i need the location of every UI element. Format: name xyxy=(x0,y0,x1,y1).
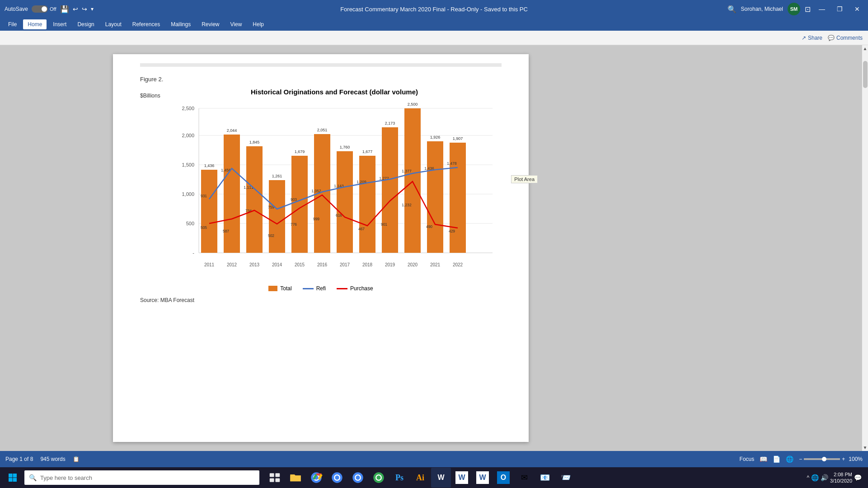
expand-tray-icon[interactable]: ^ xyxy=(807,474,809,481)
page-indicator: Page 1 of 8 xyxy=(5,456,33,462)
chrome-icon-3[interactable] xyxy=(348,468,368,488)
chart-legend: Total Refi Purchase xyxy=(140,285,502,292)
tab-insert[interactable]: Insert xyxy=(48,19,71,29)
autosave-toggle[interactable]: Off xyxy=(32,5,56,13)
chrome-icon-4[interactable] xyxy=(369,468,389,488)
tab-design[interactable]: Design xyxy=(73,19,99,29)
tab-view[interactable]: View xyxy=(226,19,247,29)
save-icon[interactable]: 💾 xyxy=(60,5,69,14)
view-print-icon[interactable]: 📄 xyxy=(773,455,780,463)
svg-text:931: 931 xyxy=(201,194,207,198)
svg-text:999: 999 xyxy=(313,217,319,221)
tab-file[interactable]: File xyxy=(4,19,21,29)
svg-text:1,000: 1,000 xyxy=(182,191,194,197)
legend-total: Total xyxy=(268,285,291,292)
zoom-out-icon[interactable]: − xyxy=(799,456,802,462)
svg-point-74 xyxy=(335,475,339,479)
bar-2018-total xyxy=(359,156,375,253)
legend-total-bar xyxy=(268,286,277,291)
undo-icon[interactable]: ↩ xyxy=(73,5,78,13)
scroll-thumb[interactable] xyxy=(863,61,868,88)
scrollbar-right[interactable]: ▲ ▼ xyxy=(862,45,868,451)
title-bar-left: AutoSave Off 💾 ↩ ↪ ▾ xyxy=(5,5,94,14)
chrome-icon-1[interactable] xyxy=(306,468,326,488)
svg-text:2016: 2016 xyxy=(317,262,328,267)
word-icon-3[interactable]: W xyxy=(473,468,493,488)
zoom-slider[interactable] xyxy=(804,458,840,460)
zoom-in-icon[interactable]: + xyxy=(842,456,845,462)
svg-text:467: 467 xyxy=(358,227,365,231)
tab-references[interactable]: References xyxy=(128,19,164,29)
svg-text:901: 901 xyxy=(381,222,387,227)
comments-button[interactable]: 💬 Comments xyxy=(828,35,863,41)
word-icon-1[interactable]: W xyxy=(431,468,451,488)
bar-2019-total xyxy=(382,127,398,253)
svg-text:1,500: 1,500 xyxy=(182,162,194,167)
file-explorer-icon[interactable] xyxy=(286,468,305,488)
svg-text:500: 500 xyxy=(186,221,194,226)
redo-icon[interactable]: ↪ xyxy=(82,5,87,13)
svg-text:1,111: 1,111 xyxy=(244,185,253,190)
legend-total-label: Total xyxy=(280,285,291,292)
svg-text:2011: 2011 xyxy=(204,262,215,267)
search-icon[interactable]: 🔍 xyxy=(727,5,737,14)
svg-text:1,679: 1,679 xyxy=(295,149,305,154)
tab-home[interactable]: Home xyxy=(23,19,47,29)
svg-point-80 xyxy=(376,475,380,479)
scroll-down-arrow[interactable]: ▼ xyxy=(862,444,868,451)
svg-text:903: 903 xyxy=(291,197,297,202)
autosave-state: Off xyxy=(50,6,56,12)
tab-review[interactable]: Review xyxy=(197,19,224,29)
svg-rect-68 xyxy=(275,478,280,482)
scroll-up-arrow[interactable]: ▲ xyxy=(862,45,868,52)
chart-title: Historical Originations and Forecast (do… xyxy=(167,88,502,96)
close-button[interactable]: ✕ xyxy=(851,4,863,14)
task-view-icon[interactable] xyxy=(265,468,285,488)
restore-button[interactable]: ❐ xyxy=(833,4,846,14)
tab-layout[interactable]: Layout xyxy=(101,19,126,29)
ribbon-action-bar: ↗ Share 💬 Comments xyxy=(0,31,868,45)
bar-2020-total xyxy=(404,108,421,253)
volume-icon[interactable]: 🔊 xyxy=(821,474,828,481)
ribbon-layout-icon[interactable]: ⊡ xyxy=(805,5,811,14)
illustrator-icon[interactable]: Ai xyxy=(410,468,430,488)
share-button[interactable]: ↗ Share xyxy=(802,35,822,41)
outlook-icon[interactable]: O xyxy=(493,468,513,488)
ribbon-tabs: File Home Insert Design Layout Reference… xyxy=(0,18,868,31)
svg-text:2018: 2018 xyxy=(362,262,373,267)
notification-icon[interactable]: 💬 xyxy=(854,474,862,481)
user-name: Sorohan, Michael xyxy=(741,6,783,12)
chrome-icon-2[interactable] xyxy=(327,468,347,488)
search-bar[interactable]: 🔍 Type here to search xyxy=(24,470,259,485)
view-web-icon[interactable]: 🌐 xyxy=(786,455,793,463)
minimize-button[interactable]: — xyxy=(815,4,829,14)
tab-help[interactable]: Help xyxy=(248,19,268,29)
network-icon[interactable]: 🌐 xyxy=(811,474,819,481)
bar-2021-total xyxy=(427,141,443,253)
time-date[interactable]: 2:08 PM 3/10/2020 xyxy=(830,471,852,484)
svg-text:2,000: 2,000 xyxy=(182,133,194,138)
tab-mailings[interactable]: Mailings xyxy=(166,19,195,29)
legend-purchase-label: Purchase xyxy=(350,285,373,292)
start-button[interactable] xyxy=(3,468,23,488)
document-page: Figure 2. $Billions Historical Originati… xyxy=(113,54,529,442)
status-right: Focus 📖 📄 🌐 − + 100% xyxy=(740,455,863,463)
proofing-icon[interactable]: 📋 xyxy=(73,456,80,462)
mail-icon-2[interactable]: 📧 xyxy=(535,468,555,488)
photoshop-icon[interactable]: Ps xyxy=(389,468,409,488)
svg-text:2022: 2022 xyxy=(453,262,463,267)
view-read-icon[interactable]: 📖 xyxy=(760,455,767,463)
svg-text:1,760: 1,760 xyxy=(340,145,350,149)
svg-text:505: 505 xyxy=(201,225,207,230)
mail-icon-3[interactable]: 📨 xyxy=(556,468,576,488)
focus-button[interactable]: Focus xyxy=(740,456,755,462)
autosave-label: AutoSave xyxy=(5,6,28,12)
mail-icon-1[interactable]: ✉ xyxy=(514,468,534,488)
chart-container: $Billions Historical Originations and Fo… xyxy=(140,88,502,292)
svg-text:2017: 2017 xyxy=(340,262,350,267)
zoom-control[interactable]: − + 100% xyxy=(799,456,863,462)
svg-text:429: 429 xyxy=(449,229,455,233)
word-icon-2[interactable]: W xyxy=(452,468,472,488)
windows-icon xyxy=(8,473,17,482)
customize-icon[interactable]: ▾ xyxy=(91,6,94,12)
